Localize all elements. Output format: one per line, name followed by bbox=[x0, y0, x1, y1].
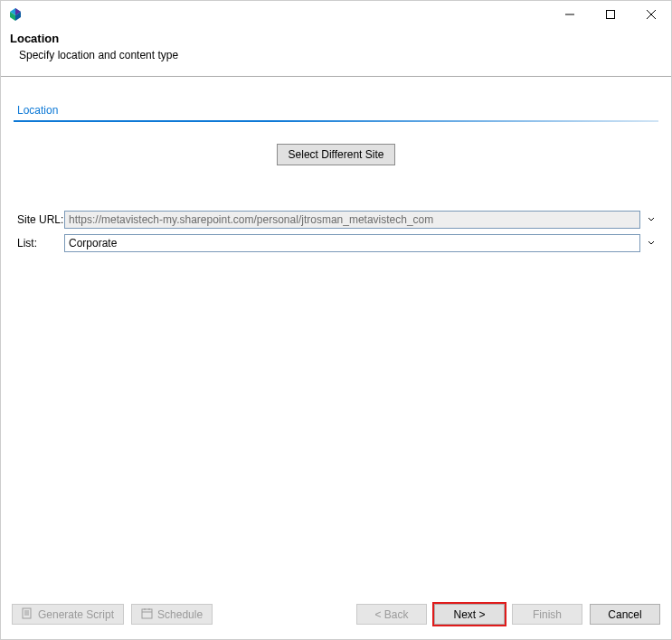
site-url-dropdown-button[interactable] bbox=[644, 211, 658, 229]
list-field[interactable] bbox=[64, 234, 640, 252]
schedule-button[interactable]: Schedule bbox=[131, 604, 213, 625]
calendar-icon bbox=[141, 607, 153, 622]
title-bar bbox=[1, 1, 671, 28]
section-divider bbox=[14, 120, 658, 122]
wizard-content: Location Select Different Site Site URL:… bbox=[1, 77, 671, 593]
list-dropdown-button[interactable] bbox=[644, 234, 658, 252]
page-title: Location bbox=[10, 32, 662, 45]
finish-label: Finish bbox=[533, 608, 562, 621]
back-label: < Back bbox=[374, 608, 408, 621]
close-button[interactable] bbox=[630, 1, 671, 28]
next-button[interactable]: Next > bbox=[434, 604, 505, 625]
schedule-label: Schedule bbox=[157, 608, 203, 621]
wizard-footer: Generate Script Schedule < Back Next > F… bbox=[1, 593, 671, 639]
list-label: List: bbox=[14, 237, 64, 249]
app-logo-icon bbox=[8, 7, 23, 22]
cancel-label: Cancel bbox=[608, 608, 641, 621]
svg-rect-8 bbox=[142, 609, 152, 618]
page-subtitle: Specify location and content type bbox=[10, 49, 662, 61]
wizard-header: Location Specify location and content ty… bbox=[1, 28, 671, 72]
maximize-button[interactable] bbox=[590, 1, 630, 28]
section-label-location: Location bbox=[14, 104, 658, 117]
site-url-field bbox=[64, 211, 640, 229]
generate-script-button[interactable]: Generate Script bbox=[12, 604, 124, 625]
window-controls bbox=[549, 1, 671, 28]
site-url-label: Site URL: bbox=[14, 213, 64, 226]
finish-button[interactable]: Finish bbox=[512, 604, 582, 625]
next-label: Next > bbox=[453, 608, 485, 621]
cancel-button[interactable]: Cancel bbox=[590, 604, 660, 625]
script-icon bbox=[22, 607, 33, 622]
generate-script-label: Generate Script bbox=[38, 608, 114, 621]
minimize-button[interactable] bbox=[549, 1, 590, 28]
back-button[interactable]: < Back bbox=[356, 604, 427, 625]
select-different-site-button[interactable]: Select Different Site bbox=[277, 144, 396, 165]
svg-rect-1 bbox=[606, 11, 614, 19]
